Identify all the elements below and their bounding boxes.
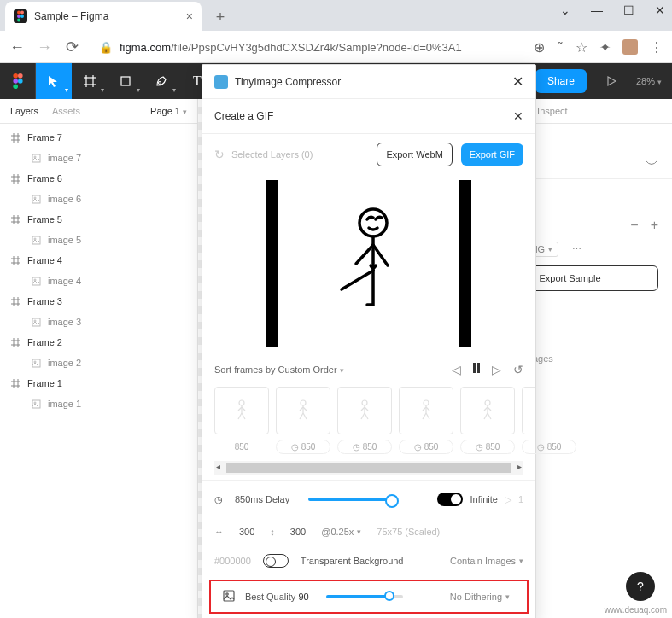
layer-frame[interactable]: Frame 6 bbox=[0, 168, 197, 189]
svg-point-86 bbox=[485, 400, 490, 405]
bg-color-input[interactable]: #000000 bbox=[214, 556, 251, 566]
svg-line-85 bbox=[426, 413, 429, 419]
layer-image[interactable]: image 3 bbox=[0, 312, 197, 332]
svg-point-2 bbox=[17, 15, 20, 18]
layer-frame[interactable]: Frame 2 bbox=[0, 332, 197, 353]
sort-label[interactable]: Sort frames by Custom Order ▾ bbox=[214, 364, 344, 375]
thumb-duration[interactable]: ◷ 850 bbox=[522, 440, 576, 454]
layer-image[interactable]: image 7 bbox=[0, 148, 197, 168]
image-icon bbox=[31, 153, 41, 163]
frame-thumb[interactable] bbox=[399, 387, 453, 434]
thumb-duration[interactable]: ◷ 850 bbox=[337, 440, 392, 454]
next-frame-icon[interactable]: ▷ bbox=[492, 363, 501, 376]
frame-thumb[interactable] bbox=[214, 387, 269, 434]
layer-image[interactable]: image 5 bbox=[0, 230, 197, 250]
tab-inspect[interactable]: Inspect bbox=[537, 106, 567, 116]
svg-point-0 bbox=[17, 11, 20, 15]
extensions-icon[interactable]: ✦ bbox=[599, 39, 611, 55]
eye-icon[interactable] bbox=[645, 160, 658, 170]
layer-image[interactable]: image 4 bbox=[0, 271, 197, 291]
scale-select[interactable]: @0.25x ▾ bbox=[321, 527, 361, 537]
svg-line-65 bbox=[242, 407, 245, 411]
zoom-icon[interactable]: ⊕ bbox=[534, 39, 545, 55]
layer-frame[interactable]: Frame 3 bbox=[0, 291, 197, 312]
layer-frame[interactable]: Frame 1 bbox=[0, 373, 197, 394]
nav-reload-icon[interactable]: ⟳ bbox=[63, 38, 80, 56]
window-maximize-icon[interactable]: ☐ bbox=[623, 3, 634, 17]
remove-icon[interactable]: − bbox=[630, 218, 638, 233]
svg-rect-44 bbox=[32, 318, 40, 326]
layer-image[interactable]: image 1 bbox=[0, 394, 197, 414]
frame-icon bbox=[10, 255, 20, 265]
share-icon[interactable]: ῀ bbox=[557, 39, 564, 55]
reset-icon[interactable]: ↺ bbox=[513, 363, 523, 376]
svg-point-1 bbox=[20, 11, 24, 15]
svg-line-61 bbox=[373, 245, 388, 265]
thumb-duration[interactable]: ◷ 850 bbox=[399, 440, 453, 454]
frame-thumb[interactable] bbox=[460, 387, 515, 434]
tab-layers[interactable]: Layers bbox=[10, 106, 38, 116]
frame-thumb[interactable] bbox=[337, 387, 392, 434]
export-webm-button[interactable]: Export WebM bbox=[377, 143, 452, 166]
selected-layers-label: Selected Layers (0) bbox=[231, 149, 313, 160]
svg-point-58 bbox=[359, 209, 387, 236]
layer-image[interactable]: image 2 bbox=[0, 353, 197, 373]
width-input[interactable]: 300 bbox=[239, 527, 254, 537]
export-gif-button[interactable]: Export GIF bbox=[461, 143, 523, 166]
layer-frame[interactable]: Frame 5 bbox=[0, 209, 197, 230]
new-tab-button[interactable]: + bbox=[208, 5, 232, 29]
svg-point-8 bbox=[18, 79, 23, 84]
address-bar[interactable]: 🔒 figma.com/file/PpspCvHY3g5dhdCXSDZr4k/… bbox=[91, 34, 523, 60]
prev-frame-icon[interactable]: ◁ bbox=[452, 363, 461, 376]
modal-close-icon[interactable]: ✕ bbox=[512, 73, 523, 90]
height-input[interactable]: 300 bbox=[290, 527, 306, 537]
transparent-toggle[interactable] bbox=[263, 554, 289, 568]
move-tool[interactable]: ▾ bbox=[36, 63, 72, 99]
browser-tab[interactable]: Sample – Figma × bbox=[5, 2, 202, 31]
bookmark-icon[interactable]: ☆ bbox=[576, 39, 587, 55]
nav-back-icon[interactable]: ← bbox=[9, 38, 26, 56]
quality-slider[interactable] bbox=[326, 595, 403, 598]
page-selector[interactable]: Page 1 ▾ bbox=[150, 106, 187, 116]
frame-tool[interactable]: ▾ bbox=[72, 63, 108, 99]
present-icon[interactable] bbox=[593, 63, 629, 99]
reload-icon[interactable]: ↻ bbox=[214, 148, 225, 161]
delay-slider[interactable] bbox=[308, 498, 394, 501]
shape-tool[interactable]: ▾ bbox=[108, 63, 143, 99]
frame-thumb[interactable] bbox=[276, 387, 330, 434]
tab-assets[interactable]: Assets bbox=[52, 106, 80, 116]
infinite-toggle[interactable] bbox=[437, 493, 463, 506]
thumb-duration[interactable]: ◷ 850 bbox=[460, 440, 515, 454]
profile-avatar[interactable] bbox=[622, 39, 638, 55]
thumb-duration: 850 bbox=[214, 440, 269, 454]
thumb-duration[interactable]: ◷ 850 bbox=[276, 440, 330, 454]
dither-select[interactable]: No Dithering ▾ bbox=[450, 592, 510, 602]
chevron-down-icon[interactable]: ⌄ bbox=[560, 3, 570, 17]
panel-close-icon[interactable]: ✕ bbox=[513, 109, 523, 123]
frame-icon bbox=[10, 337, 20, 347]
svg-point-68 bbox=[301, 400, 306, 405]
pen-tool[interactable]: ▾ bbox=[143, 63, 179, 99]
layer-image[interactable]: image 6 bbox=[0, 189, 197, 209]
kebab-menu-icon[interactable]: ⋮ bbox=[650, 39, 663, 55]
more-icon[interactable]: ⋯ bbox=[572, 244, 581, 255]
layer-frame[interactable]: Frame 4 bbox=[0, 250, 197, 271]
image-icon bbox=[31, 358, 41, 368]
pause-icon[interactable] bbox=[473, 363, 480, 376]
window-close-icon[interactable]: ✕ bbox=[655, 3, 665, 17]
frame-thumb[interactable] bbox=[522, 387, 535, 434]
add-icon[interactable]: + bbox=[651, 218, 658, 233]
zoom-level[interactable]: 28% ▾ bbox=[636, 76, 662, 86]
frame-scrollbar[interactable]: ◂ ▸ bbox=[214, 461, 523, 475]
svg-point-62 bbox=[239, 400, 244, 405]
layer-frame[interactable]: Frame 7 bbox=[0, 127, 197, 148]
window-minimize-icon[interactable]: — bbox=[591, 3, 603, 17]
svg-point-5 bbox=[13, 73, 18, 79]
share-button[interactable]: Share bbox=[535, 69, 587, 93]
svg-line-66 bbox=[238, 413, 242, 419]
svg-line-79 bbox=[365, 413, 368, 419]
figma-menu[interactable]: ▾ bbox=[0, 63, 36, 99]
contain-select[interactable]: Contain Images ▾ bbox=[450, 556, 523, 566]
help-button[interactable]: ? bbox=[626, 572, 655, 601]
tab-close-icon[interactable]: × bbox=[186, 9, 193, 23]
